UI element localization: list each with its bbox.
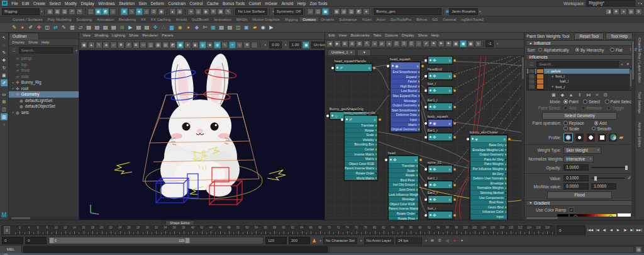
attr-row-rotate[interactable]: Rotate xyxy=(345,128,377,133)
attr-row-lock-weights[interactable]: Lock Weights xyxy=(470,219,507,220)
node-editor-menu-display[interactable]: Display xyxy=(400,33,416,39)
ikb-button-icon[interactable]: ▤ xyxy=(143,24,151,31)
workspace-value[interactable]: Rigging* xyxy=(586,0,635,6)
attr-row-rotate-order[interactable]: Rotate Order xyxy=(345,171,377,176)
shelf-tab-general[interactable]: General xyxy=(440,18,458,21)
menu-windows[interactable]: Windows xyxy=(96,1,117,6)
axis-dots-icon[interactable]: ∴ xyxy=(160,24,167,31)
output-port[interactable] xyxy=(453,184,456,186)
shelf-tab-mash[interactable]: MASH xyxy=(234,18,250,21)
mode-option-paint-select[interactable]: Paint Select xyxy=(605,99,632,104)
workspace-selector[interactable]: Workspace: Rigging* ▾ ▪ xyxy=(564,0,642,6)
expand-icon[interactable]: + xyxy=(11,81,15,84)
make-live-icon[interactable]: ◉ xyxy=(158,8,165,15)
gamma-field[interactable]: 1.00 xyxy=(289,42,302,48)
teal-arrows-icon[interactable]: ⇄ xyxy=(52,24,60,31)
attr-row-matrix[interactable]: Matrix xyxy=(345,156,377,161)
viewport-menu-panels[interactable]: Panels xyxy=(160,33,175,39)
menu-control[interactable]: Control xyxy=(187,1,204,6)
attr-row-output-geometry[interactable]: Output Geometry xyxy=(391,103,420,108)
ne-b-icon[interactable]: b xyxy=(475,40,482,47)
workspace-lock-icon[interactable]: ▪ xyxy=(641,1,642,6)
node-body-squashhandle[interactable]: ✐≡TranslateRotateScaleVisibilityBounding… xyxy=(344,115,378,181)
shape-editor-tab[interactable]: Shape Editor xyxy=(165,220,194,225)
sidebar-tab-tool-settings[interactable]: Tool Settings xyxy=(638,92,641,113)
lock-icon[interactable]: ▲ xyxy=(169,8,176,15)
input-port[interactable] xyxy=(425,59,427,62)
shelf-tab-motion-graphics[interactable]: Motion Graphics xyxy=(250,18,282,21)
attr-row-paint-arr-dirty[interactable]: Paint Arr Dirty xyxy=(470,157,507,162)
prefs-key-icon[interactable]: ✦ xyxy=(458,237,465,244)
expand-icon[interactable]: + xyxy=(11,110,15,114)
tv-icon[interactable]: ▣ xyxy=(243,24,250,31)
bookmark-icon[interactable]: ◈ xyxy=(103,42,109,48)
node-headend[interactable]: ✜≡ xyxy=(428,72,453,80)
attr-row-translate[interactable]: Translate xyxy=(389,163,418,168)
node-editor-menu-view[interactable]: View xyxy=(337,33,348,39)
add-tab-button[interactable]: ▾ xyxy=(357,49,371,55)
construction-history-icon[interactable]: ≋ xyxy=(187,8,194,15)
four-pane-layout-icon[interactable]: ⊞ xyxy=(1,98,8,105)
node-editor-menu-edit[interactable]: Edit xyxy=(327,33,336,39)
plane-icon[interactable]: ▱ xyxy=(77,24,84,31)
grid-dots-icon[interactable]: ▦ xyxy=(209,24,217,31)
eraser-icon[interactable]: ◆ xyxy=(193,24,201,31)
outliner-item-top[interactable]: ▱top xyxy=(9,62,79,68)
influence-ball-l[interactable]: ··ball_l xyxy=(527,79,632,84)
go-to-start-button[interactable]: |◀◀ xyxy=(587,227,594,234)
close-icon[interactable]: × xyxy=(350,50,353,55)
shelf-tab-gozbrush[interactable]: GoZBrush xyxy=(189,18,211,21)
attr-row-per-influence-weights[interactable]: Per Influence Weights xyxy=(470,166,507,171)
orange-ball-icon[interactable]: ● xyxy=(185,24,192,31)
grease-pencil-icon[interactable]: ✐ xyxy=(125,42,132,48)
output-port[interactable] xyxy=(419,159,422,161)
attr-row-skinning-method[interactable]: Skinning Method xyxy=(470,190,507,195)
eye-icon[interactable]: ◉ xyxy=(259,24,267,31)
attr-row-lock-influence-weights[interactable]: Lock Influence Weights xyxy=(389,192,418,197)
live-surface-field[interactable]: No Live Surface xyxy=(235,8,267,15)
attr-row-parent-inverse-matrix[interactable]: Parent Inverse Matrix xyxy=(345,166,377,171)
attr-row-high-bound[interactable]: High Bound xyxy=(391,84,420,89)
shelf-tab-ianimation[interactable]: Ianimation xyxy=(211,18,234,21)
outliner-item-sets[interactable]: +◍sets xyxy=(9,110,79,116)
menu-help[interactable]: Help xyxy=(295,1,308,6)
node-editor-menu-help[interactable]: Help xyxy=(430,33,440,39)
attr-row-factor[interactable]: Factor xyxy=(391,79,420,84)
tripod-icon[interactable]: ✜ xyxy=(152,24,159,31)
attr-row-deform-user-normals[interactable]: Deform User Normals xyxy=(470,176,507,181)
shelf-tab-sculpting[interactable]: Sculpting xyxy=(74,18,94,21)
lock-weights-icon[interactable]: ◆ xyxy=(560,92,565,98)
attr-row-rotate[interactable]: Rotate xyxy=(389,173,418,178)
w-button-icon[interactable]: ▤ xyxy=(102,24,109,31)
opacity-field[interactable]: 1.0000 xyxy=(564,164,589,171)
attr-row-wt-dirty[interactable]: Wt Dirty xyxy=(470,171,507,176)
attr-row-message[interactable]: Message xyxy=(391,98,420,103)
value-field[interactable]: 0.1000 xyxy=(564,175,589,181)
outliner-item-root[interactable]: +✜root xyxy=(9,86,79,92)
paint-op-option-smooth[interactable]: Smooth xyxy=(592,127,611,131)
ne-layout-icon[interactable]: ≡ xyxy=(386,40,392,47)
symmetry-dropdown[interactable]: Symmetry: Off xyxy=(274,8,303,15)
list-options-icon[interactable]: ≡ xyxy=(625,60,631,67)
graph-icon[interactable]: ☰ xyxy=(436,237,443,244)
node-editor-menu-show[interactable]: Show xyxy=(416,33,429,39)
step-back-frame-button[interactable]: |◀ xyxy=(594,227,601,234)
anim-layer-dropdown[interactable]: No Anim Layer xyxy=(364,237,394,244)
comment-icon[interactable]: ✉ xyxy=(429,237,436,244)
brush-soft-icon[interactable] xyxy=(564,133,573,142)
tool-help-button[interactable]: Tool Help xyxy=(606,33,633,40)
outliner-tab[interactable]: Outliner xyxy=(9,33,39,40)
hw-button-icon[interactable]: ▤ xyxy=(226,24,233,31)
ne-rows3-icon[interactable]: ☰ xyxy=(408,40,415,47)
node-editor-menu-options[interactable]: Options xyxy=(384,33,400,39)
attr-row-parent-inverse-matrix[interactable]: Parent Inverse Matrix xyxy=(389,206,418,211)
outliner-search-input[interactable]: Search... xyxy=(19,47,73,54)
value-slider[interactable] xyxy=(591,178,625,179)
attr-row-center[interactable]: Center xyxy=(345,147,377,152)
open-scene-icon[interactable]: ▨ xyxy=(54,8,61,15)
time-ruler[interactable]: 0 24681012141618202224262830323436384042… xyxy=(1,225,555,235)
output-port[interactable] xyxy=(421,65,424,67)
menu-skeleton[interactable]: Skeleton xyxy=(117,1,137,6)
paint-op-option-scale[interactable]: Scale xyxy=(564,127,579,131)
sort-option-alphabetically[interactable]: Alphabetically xyxy=(538,48,569,52)
